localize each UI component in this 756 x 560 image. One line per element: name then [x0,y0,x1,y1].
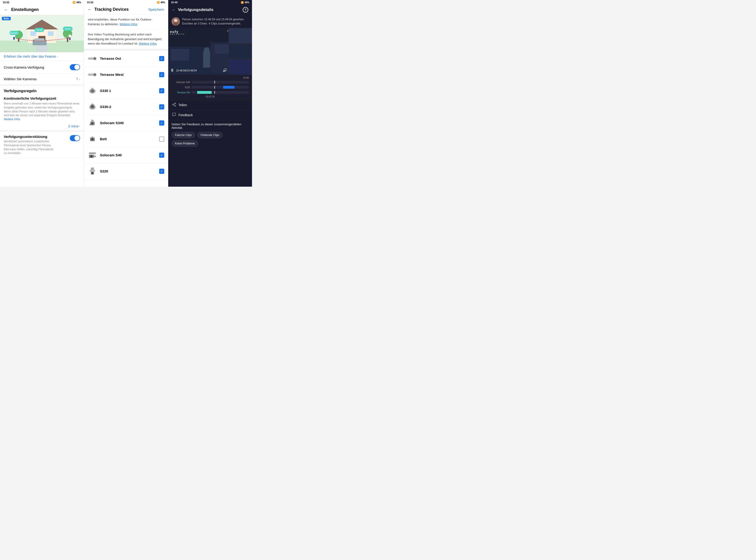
time-3: 15:49 [171,1,178,4]
device-solocam-s40[interactable]: Solocam S40 ✓ [84,147,168,163]
save-button[interactable]: Speichern [148,7,164,12]
segment-terrasse-ost [197,91,212,94]
playback-timestamp: 15:46:59/15:48:04 [176,69,197,72]
info-link-1[interactable]: Weitere Infos [119,22,137,26]
thumb-3 [229,60,252,75]
feedback-btn-0[interactable]: Falsche Clips [172,132,195,138]
p3-header: ← Verfolgungsdetails ? [168,5,252,15]
svg-line-78 [173,105,175,105]
cross-camera-setting: Cross-Kamera-Verfolgung [0,61,84,74]
support-left: Verfolgungsunterstützung Identifiziert a… [4,135,70,155]
timeline-cursor-time: 15:47:30 [172,96,249,98]
checkbox-1[interactable]: ✓ [159,72,164,77]
support-toggle[interactable] [70,135,80,141]
device-s330-1[interactable]: S330 1 ✓ [84,83,168,99]
panel-tracking-devices: 15:52 📶 48% ← Tracking Devices Speichern… [84,0,168,187]
support-desc: Identifiziert automatisch zusätzliches F… [4,140,57,155]
beta-badge: Beta [2,17,11,20]
svg-rect-73 [203,51,210,68]
track-label-1: S220 [172,86,190,89]
checkbox-4[interactable]: ✓ [159,120,164,125]
device-name-5: Bett [100,137,156,141]
checkbox-0[interactable]: ✓ [159,56,164,61]
p2-info-2: Ihre Video-Tracking-Beziehung wird sofor… [84,29,168,51]
feedback-action[interactable]: Feedback [168,110,252,120]
segment-s220 [223,86,235,89]
device-name-2: S330 1 [100,89,156,93]
feedback-btn-2[interactable]: Keine Probleme [172,140,198,147]
device-solocam-s340[interactable]: Solocam S340 ✓ [84,115,168,131]
support-title: Verfolgungsunterstützung [4,135,70,139]
device-terrasse-west[interactable]: Terrasse West ✓ [84,67,168,83]
checkbox-5[interactable] [159,137,164,142]
device-name-0: Terrasse Ost [100,57,156,60]
person-info-row: Person zwischen 15:46:59 und 15:48:04 ge… [168,15,252,28]
cameras-row[interactable]: Wählen Sie Kameras 7 › [0,74,84,86]
battery-2: 48% [161,1,165,4]
back-button-2[interactable]: ← [88,7,92,12]
svg-rect-58 [94,156,96,157]
dome-cam-icon-3 [88,103,97,111]
wifi-icon-3: 📶 [241,1,244,4]
svg-point-63 [92,173,93,174]
svg-rect-60 [89,170,95,172]
svg-rect-33 [88,74,89,75]
avatar [172,17,180,26]
info-link-2[interactable]: Weitere Infos [139,42,157,45]
svg-text:10:07: 10:07 [65,27,71,30]
checkbox-7[interactable]: ✓ [159,169,164,174]
dome-cam-icon-2 [88,86,97,95]
svg-rect-37 [92,88,93,90]
device-name-3: S330-2 [100,105,156,109]
share-action[interactable]: Teilen [168,100,252,110]
support-row-header: Verfolgungsunterstützung Identifiziert a… [4,135,80,155]
status-bar-3: 15:49 📶 48% [168,0,252,5]
volume-icon[interactable]: 🔊 [223,68,227,72]
cameras-label: Wählen Sie Kameras [4,77,37,81]
indoor-cam-icon-5 [89,136,96,143]
tracking-time-row[interactable]: 2 mins › [0,123,84,132]
track-bar-0 [192,81,249,83]
svg-rect-5 [30,31,36,36]
p1-header: ← Einstellungen [0,5,84,15]
support-row: Verfolgungsunterstützung Identifiziert a… [0,132,84,158]
wifi-icon: 📶 [73,1,75,4]
info-icon[interactable]: ? [243,7,248,13]
device-terrasse-ost[interactable]: Terrasse Ost ✓ [84,51,168,67]
svg-rect-80 [173,113,176,116]
device-s220[interactable]: S220 ✓ [84,163,168,179]
checkbox-2[interactable]: ✓ [159,88,164,93]
timeline-cursor-2 [215,91,215,94]
track-label-2: Terrasse Ost [172,91,190,94]
learn-more-link[interactable]: Erfahren Sie mehr über das Feature › [0,52,84,61]
feedback-buttons: Falsche Clips Fehlende Clips Keine Probl… [172,132,249,147]
tracking-time-link[interactable]: Weitere Infos [4,118,20,121]
time-1: 15:52 [3,1,9,4]
back-button-1[interactable]: ← [4,7,8,12]
checkbox-6[interactable]: ✓ [159,153,164,158]
p2-content: wird empfohlen, diese Funktion nur für O… [84,15,168,187]
p1-title: Einstellungen [11,7,39,12]
share-icon [172,102,176,107]
svg-rect-6 [48,31,54,36]
svg-text:10:06: 10:06 [36,29,42,31]
track-terrasse-ost: Terrasse Ost [172,90,249,95]
feedback-btn-1[interactable]: Fehlende Clips [197,132,223,138]
battery-3: 48% [244,1,249,4]
play-pause-button[interactable]: ⏸ [170,68,174,73]
device-s330-2[interactable]: S330-2 ✓ [84,99,168,115]
p2-header-left: ← Tracking Devices [88,7,128,12]
svg-rect-50 [92,136,93,138]
svg-rect-71 [215,44,229,54]
cameras-chevron-icon: › [79,77,80,81]
svg-point-16 [68,35,71,37]
cross-camera-toggle[interactable] [70,64,80,70]
device-name-6: Solocam S40 [100,153,156,157]
time-2: 15:52 [87,1,93,4]
checkbox-3[interactable]: ✓ [159,104,164,109]
back-button-3[interactable]: ← [172,8,176,12]
floodlight-cam-icon-7 [89,167,96,176]
timeline-tracks: Solocam S40 S220 Terrasse Ost [172,80,249,95]
device-bett[interactable]: Bett [84,131,168,147]
device-icon-0 [88,54,97,63]
